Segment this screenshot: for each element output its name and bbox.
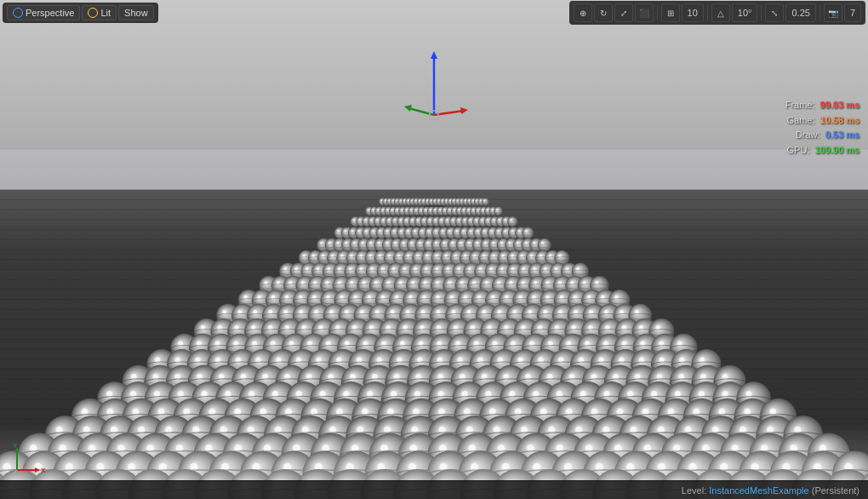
camera-button[interactable]: 📷 [824,3,842,22]
svg-marker-8 [35,467,40,473]
layers-text: 7 [850,8,855,18]
frame-value: 99.03 ms [820,98,859,113]
transform-tool-button[interactable]: ⊕ [574,3,592,22]
perspective-icon [13,8,23,18]
performance-stats: Frame: 99.03 ms Game: 10.58 ms Draw: 0.5… [785,98,859,158]
lit-button[interactable]: Lit [82,5,117,20]
scale-snap-text: 0.25 [791,8,809,18]
lit-label: Lit [100,8,111,18]
svg-line-13 [10,470,17,477]
level-name: InstancedMeshExample [709,485,808,496]
draw-value: 0.53 ms [825,128,859,143]
game-stat-row: Game: 10.58 ms [785,113,859,129]
status-bar: Level: InstancedMeshExample (Persistent) [0,480,868,499]
status-prefix: Level: [682,485,706,496]
top-toolbar: Perspective Lit Show ⊕ ↻ ⤢ ⬛ ⊞ 10 [0,0,868,26]
svg-text:X: X [41,467,46,474]
angle-snap-text: 10° [738,8,752,18]
perspective-label: Perspective [26,8,74,18]
viewport-left-controls: Perspective Lit Show [3,3,158,23]
show-label: Show [124,8,148,18]
angle-snap-display[interactable]: 10° [732,3,758,22]
scale-snap-icon[interactable]: ⤡ [765,3,784,22]
draw-label: Draw: [796,128,820,143]
scale-snap-display[interactable]: 0.25 [785,3,815,22]
svg-marker-1 [431,51,437,59]
viewport-right-controls: ⊕ ↻ ⤢ ⬛ ⊞ 10 △ 10° ⤡ 0.25 📷 7 [569,1,865,25]
game-value: 10.58 ms [820,113,859,129]
svg-marker-5 [404,105,412,112]
gpu-label: GPU: [786,143,809,158]
viewport[interactable]: Perspective Lit Show ⊕ ↻ ⤢ ⬛ ⊞ 10 [0,0,868,499]
show-button[interactable]: Show [118,5,154,20]
snap-value-text: 10 [688,8,698,18]
maximize-button[interactable]: ⬛ [635,3,654,22]
lit-icon [88,8,98,18]
toolbar-separator-2 [707,5,708,20]
toolbar-separator-4 [819,5,820,20]
layers-display[interactable]: 7 [844,3,861,22]
gpu-stat-row: GPU: 109.90 ms [785,143,859,158]
game-label: Game: [787,113,815,129]
snap-value-display[interactable]: 10 [682,3,704,22]
toolbar-separator-1 [657,5,658,20]
gpu-value: 109.90 ms [814,143,859,158]
rotate-tool-button[interactable]: ↻ [594,3,613,22]
scale-tool-button[interactable]: ⤢ [614,3,633,22]
frame-stat-row: Frame: 99.03 ms [785,98,859,113]
svg-marker-3 [460,107,468,114]
svg-text:Y: Y [13,442,18,450]
status-suffix: (Persistent) [812,485,859,496]
axis-indicator: X Y [9,441,43,475]
angle-snap-icon[interactable]: △ [711,3,730,22]
perspective-button[interactable]: Perspective [7,5,80,20]
frame-label: Frame: [785,98,815,113]
toolbar-separator-3 [761,5,762,20]
grid-button[interactable]: ⊞ [661,3,680,22]
draw-stat-row: Draw: 0.53 ms [785,128,859,143]
transform-gizmo [400,47,468,132]
